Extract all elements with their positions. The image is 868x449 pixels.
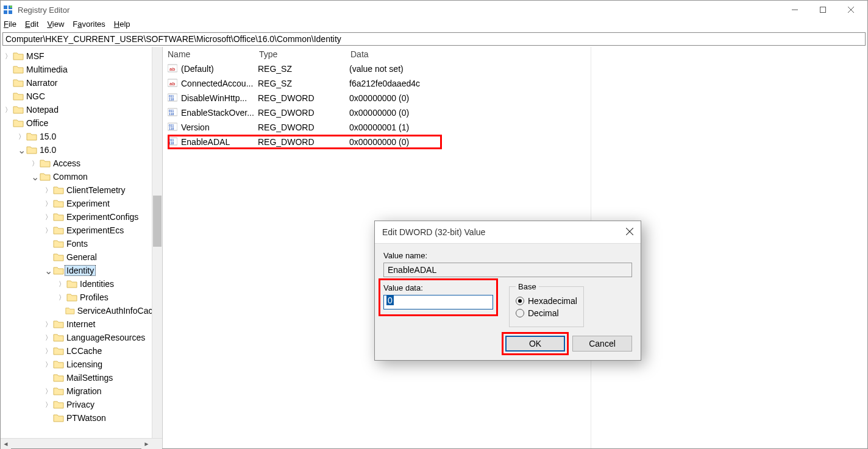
valuedata-input[interactable]: 0 [383,295,493,309]
tree-item-label: Multimedia [26,65,68,74]
column-type[interactable]: Type [259,49,350,59]
tree-item[interactable]: 〉Internet [1,317,162,331]
tree-item[interactable]: 〉15.0 [1,130,162,143]
maximize-button[interactable] [809,1,837,19]
expand-icon[interactable]: 〉 [57,293,66,302]
tree-item-label: Experiment [66,199,110,208]
svg-text:110: 110 [169,112,174,116]
tree-item[interactable]: 〉LCCache [1,344,162,358]
expand-icon[interactable]: ⌄ [30,171,40,183]
list-row[interactable]: abConnectedAccou...REG_SZf6a212fe0daaed4… [163,76,867,91]
menu-view[interactable]: View [47,19,64,29]
list-row[interactable]: 011110VersionREG_DWORD0x00000001 (1) [163,120,867,135]
string-value-icon: ab [168,63,181,75]
value-type: REG_SZ [258,79,349,88]
tree-item[interactable]: 〉ClientTelemetry [1,183,162,197]
tree-item[interactable]: ⌄16.0 [1,143,162,157]
expand-icon[interactable]: 〉 [43,226,53,235]
scroll-left-button[interactable]: ◄ [1,439,11,449]
expand-icon[interactable]: 〉 [3,105,13,115]
tree-item-label: Identities [80,279,114,289]
list-row[interactable]: ab(Default)REG_SZ(value not set) [163,62,867,76]
list-row[interactable]: 011110EnableADALREG_DWORD0x00000000 (0) [163,135,867,149]
close-button[interactable] [837,1,865,19]
tree-item[interactable]: MailSettings [1,371,162,384]
expand-icon[interactable]: 〉 [43,320,53,329]
edit-dword-dialog: Edit DWORD (32-bit) Value Value name: En… [374,221,641,361]
menu-file[interactable]: File [4,19,16,29]
string-value-icon: ab [168,78,181,90]
column-data[interactable]: Data [350,49,867,59]
menu-edit[interactable]: Edit [25,19,38,29]
expand-icon[interactable]: 〉 [43,400,53,409]
tree-item[interactable]: 〉LanguageResources [1,331,162,344]
tree-item[interactable]: ⌄Identity [1,264,162,277]
tree-item-label: 16.0 [40,145,56,155]
expand-icon[interactable]: 〉 [43,199,53,208]
tree-item[interactable]: 〉ExperimentConfigs [1,210,162,224]
expand-icon[interactable]: 〉 [3,52,13,61]
scroll-right-button[interactable]: ► [141,439,152,449]
radio-hex[interactable]: Hexadecimal [516,296,577,306]
dialog-close-button[interactable] [626,227,633,237]
tree-item[interactable]: Office [1,116,162,130]
value-list-pane: Name Type Data ab(Default)REG_SZ(value n… [163,47,867,448]
tree-item[interactable]: Fonts [1,237,162,250]
svg-rect-3 [9,10,12,14]
cancel-button[interactable]: Cancel [572,336,632,352]
expand-icon[interactable]: ⌄ [43,265,53,277]
tree-item[interactable]: Narrator [1,76,162,90]
titlebar: Registry Editor [1,1,867,19]
column-name[interactable]: Name [168,49,259,59]
value-name: EnableADAL [181,137,258,147]
tree-item[interactable]: NGC [1,90,162,103]
tree-vscrollbar[interactable] [152,47,162,438]
tree-item[interactable]: 〉Licensing [1,358,162,371]
expand-icon[interactable]: 〉 [43,360,53,369]
radio-dec-icon [516,309,524,317]
svg-point-4 [10,5,12,8]
expand-icon[interactable]: 〉 [57,280,66,289]
tree-item[interactable]: 〉Privacy [1,398,162,411]
tree-item[interactable]: ⌄Common [1,170,162,183]
expand-icon[interactable]: 〉 [43,347,53,356]
tree-item[interactable]: 〉Notepad [1,103,162,116]
tree-item[interactable]: 〉Identities [1,277,162,291]
minimize-button[interactable] [781,1,809,19]
value-data: 0x00000000 (0) [349,93,867,103]
tree-item[interactable]: Multimedia [1,63,162,76]
expand-icon[interactable]: 〉 [43,186,53,195]
tree-item[interactable]: 〉MSF [1,49,162,63]
tree-item[interactable]: General [1,250,162,264]
base-legend: Base [516,282,539,291]
value-name: (Default) [181,64,258,74]
tree-item-label: Internet [66,319,95,329]
tree-item-label: ServiceAuthInfoCache [77,306,162,316]
list-row[interactable]: 011110EnableStackOver...REG_DWORD0x00000… [163,105,867,120]
tree-item[interactable]: 〉Migration [1,384,162,398]
menu-favorites[interactable]: Favorites [73,19,105,29]
menu-help[interactable]: Help [114,19,130,29]
list-row[interactable]: 011110DisableWinHttp...REG_DWORD0x000000… [163,91,867,105]
expand-icon[interactable]: 〉 [30,159,40,168]
expand-icon[interactable]: 〉 [16,132,26,141]
expand-icon[interactable]: 〉 [43,213,53,222]
value-type: REG_DWORD [258,93,349,103]
tree-item[interactable]: 〉Experiment [1,197,162,210]
value-type: REG_DWORD [258,108,349,118]
expand-icon[interactable]: 〉 [43,387,53,396]
tree-hscrollbar[interactable]: ◄ ► [1,438,162,448]
tree-item[interactable]: 〉ExperimentEcs [1,224,162,237]
menubar: File Edit View Favorites Help [1,19,867,31]
tree-item[interactable]: 〉Access [1,157,162,170]
tree-item[interactable]: 〉Profiles [1,291,162,304]
svg-text:ab: ab [169,81,175,87]
expand-icon[interactable]: ⌄ [16,144,26,156]
ok-button[interactable]: OK [505,336,565,352]
tree-item[interactable]: PTWatson [1,411,162,425]
expand-icon[interactable]: 〉 [43,333,53,342]
radio-dec[interactable]: Decimal [516,308,577,318]
address-input[interactable] [2,32,866,46]
tree-item-label: PTWatson [66,413,106,423]
tree-item[interactable]: ServiceAuthInfoCache [1,304,162,317]
